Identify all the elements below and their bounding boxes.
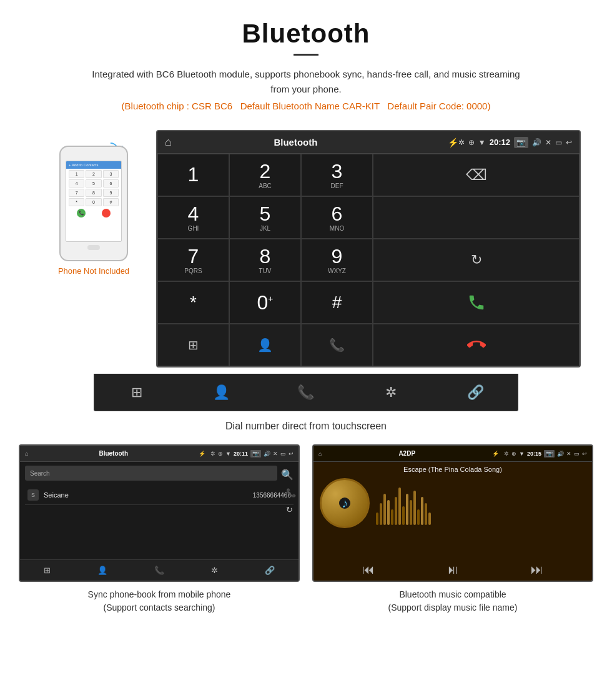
dial-num: 7 xyxy=(188,246,199,266)
call-button[interactable] xyxy=(373,281,580,324)
bt-nav-icon[interactable]: ✲ xyxy=(211,566,218,575)
wave-bar xyxy=(413,491,416,525)
dial-key-star[interactable]: * xyxy=(157,281,229,324)
wifi-icon-mini: ▼ xyxy=(225,451,231,457)
nav-grid-btn[interactable]: ⊞ xyxy=(118,377,155,408)
nav-person-btn[interactable]: 👤 xyxy=(202,377,240,408)
wave-bar xyxy=(383,494,386,525)
screen-icon-mini: ▭ xyxy=(280,451,286,457)
loc-icon-music: ⊕ xyxy=(511,451,516,457)
grid-nav-icon[interactable]: ⊞ xyxy=(44,566,51,575)
phone-key: 8 xyxy=(86,189,101,197)
phone-side-icon[interactable]: 📞 xyxy=(286,488,296,498)
phone-key: 6 xyxy=(103,179,119,188)
end-call-icon xyxy=(467,336,486,354)
dial-key-hash[interactable]: # xyxy=(301,281,373,324)
waveform xyxy=(376,481,586,525)
phonebook-bottom-nav: ⊞ 👤 📞 ✲ 🔗 xyxy=(20,559,299,581)
dial-key-1[interactable]: 1 xyxy=(157,154,229,196)
status-time: 20:12 xyxy=(490,138,510,147)
nav-grid-button[interactable]: ⊞ xyxy=(157,324,229,366)
dial-key-9[interactable]: 9 WXYZ xyxy=(301,239,373,281)
skip-forward-icon[interactable]: ⏭ xyxy=(531,562,543,577)
nav-contacts-button[interactable]: 👤 xyxy=(229,324,301,366)
usb-icon-mini: ⚡ xyxy=(199,451,205,457)
end-call-button[interactable] xyxy=(373,324,580,366)
phone-illustration: + Add to Contacts 1 2 3 4 5 6 7 8 9 * 0 xyxy=(53,136,134,261)
dial-key-0[interactable]: 0+ xyxy=(229,281,301,324)
volume-icon[interactable]: 🔊 xyxy=(532,138,541,147)
person-icon: 👤 xyxy=(257,338,273,352)
phone-keypad: 1 2 3 4 5 6 7 8 9 * 0 # xyxy=(66,169,121,208)
nav-phone-button[interactable]: 📞 xyxy=(301,324,373,366)
wave-bar xyxy=(425,503,427,525)
music-content: ♪ xyxy=(313,476,592,531)
back-icon[interactable]: ↩ xyxy=(566,138,572,147)
dial-key-6[interactable]: 6 MNO xyxy=(301,196,373,239)
dial-key-3[interactable]: 3 DEF xyxy=(301,154,373,196)
dial-letters: DEF xyxy=(331,182,343,189)
phone-key: 5 xyxy=(86,179,101,188)
car-screen-main: ⌂ Bluetooth ⚡ ✲ ⊕ ▼ 20:12 📷 🔊 ✕ ▭ ↩ 1 xyxy=(156,130,581,368)
phone-key: 9 xyxy=(103,189,119,197)
nav-phone-btn[interactable]: 📞 xyxy=(287,377,325,408)
wave-bar xyxy=(421,497,423,525)
close-icon[interactable]: ✕ xyxy=(545,138,551,147)
dial-key-5[interactable]: 5 JKL xyxy=(229,196,301,239)
nav-link-btn[interactable]: 🔗 xyxy=(457,377,494,408)
spec-code: Default Pair Code: 0000) xyxy=(387,101,490,111)
play-pause-icon[interactable]: ⏯ xyxy=(447,562,459,577)
x-icon-music: ✕ xyxy=(566,451,571,457)
dial-letters: ABC xyxy=(259,182,272,189)
camera-icon[interactable]: 📷 xyxy=(514,137,528,148)
phone-key: 4 xyxy=(69,179,84,188)
status-bar: ⌂ Bluetooth ⚡ ✲ ⊕ ▼ 20:12 📷 🔊 ✕ ▭ ↩ xyxy=(157,131,580,154)
vol-icon-music: 🔊 xyxy=(557,451,564,457)
redial-button[interactable]: ↻ xyxy=(373,239,580,281)
page-title: Bluetooth xyxy=(25,19,587,49)
page-description: Integrated with BC6 Bluetooth module, su… xyxy=(87,67,525,97)
vol-icon-mini: 🔊 xyxy=(264,451,270,457)
link-nav-icon[interactable]: 🔗 xyxy=(265,566,275,575)
contact-item[interactable]: S Seicane 13566664466 xyxy=(25,486,294,505)
wifi-icon-music: ▼ xyxy=(519,451,525,457)
search-placeholder: Search xyxy=(30,470,50,477)
song-title: Escape (The Pina Colada Song) xyxy=(313,462,592,476)
phonebook-caption: Sync phone-book from mobile phone (Suppo… xyxy=(88,588,231,614)
dial-letters: TUV xyxy=(259,268,272,274)
dial-key-7[interactable]: 7 PQRS xyxy=(157,239,229,281)
location-icon: ⊕ xyxy=(468,138,475,147)
wave-bar xyxy=(391,509,393,525)
home-icon-music: ⌂ xyxy=(318,451,322,457)
dial-key-2[interactable]: 2 ABC xyxy=(229,154,301,196)
refresh-side-icon[interactable]: ↻ xyxy=(286,505,296,514)
dial-letters: GHI xyxy=(188,225,199,232)
dial-key-8[interactable]: 8 TUV xyxy=(229,239,301,281)
contact-letter: S xyxy=(27,489,39,501)
dial-num: 8 xyxy=(260,246,271,266)
skip-back-icon[interactable]: ⏮ xyxy=(362,562,375,577)
cam-icon-mini: 📷 xyxy=(250,450,261,458)
time-music: 20:15 xyxy=(527,451,541,457)
dial-key-4[interactable]: 4 GHI xyxy=(157,196,229,239)
dial-num: * xyxy=(190,294,197,311)
wifi-icon: ▼ xyxy=(478,138,486,147)
main-bottom-nav-wrapper: ⊞ 👤 📞 ✲ 🔗 xyxy=(0,374,612,414)
dial-letters: WXYZ xyxy=(328,268,346,274)
search-bar[interactable]: Search xyxy=(25,466,277,481)
wave-bar xyxy=(406,494,408,525)
phone-key: # xyxy=(103,198,119,206)
phone-body: + Add to Contacts 1 2 3 4 5 6 7 8 9 * 0 xyxy=(59,146,128,261)
phone-nav-icon[interactable]: 📞 xyxy=(154,566,164,575)
person-nav-icon[interactable]: 👤 xyxy=(97,566,107,575)
page-header: Bluetooth Integrated with BC6 Bluetooth … xyxy=(0,0,612,118)
phone-key: 3 xyxy=(103,170,119,178)
backspace-button[interactable]: ⌫ xyxy=(373,154,580,196)
nav-bluetooth-btn[interactable]: ✲ xyxy=(372,377,410,408)
search-icon[interactable]: 🔍 xyxy=(281,469,294,481)
wave-bar xyxy=(410,500,412,525)
screen-icon[interactable]: ▭ xyxy=(555,138,562,147)
time-mini: 20:11 xyxy=(234,451,248,457)
search-area: Search 🔍 xyxy=(20,462,299,486)
back-icon-music: ↩ xyxy=(582,451,587,457)
